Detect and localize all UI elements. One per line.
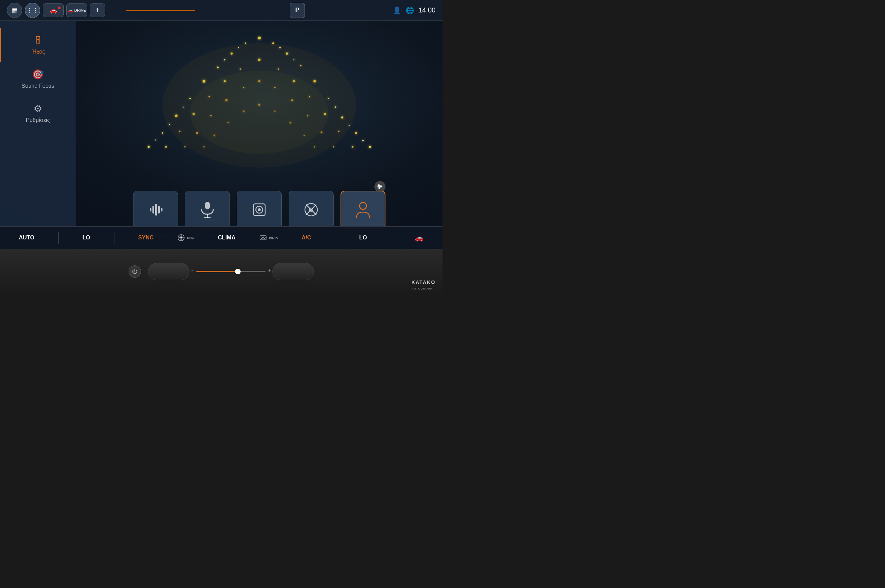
clima-bar: AUTO LO SYNC MAX CLIMA REAR xyxy=(0,226,443,249)
clima-rear-icon[interactable]: REAR xyxy=(259,234,278,241)
drive-label: DRIVE xyxy=(74,8,86,12)
svg-point-82 xyxy=(379,187,380,189)
fan-icon xyxy=(177,234,185,241)
vol-minus[interactable]: − xyxy=(191,268,194,273)
waveform-icon xyxy=(147,201,164,218)
divider-3 xyxy=(335,232,335,244)
svg-point-81 xyxy=(380,186,382,188)
clima-max-icon[interactable]: MAX xyxy=(177,234,194,241)
svg-rect-65 xyxy=(158,206,160,213)
svg-point-61 xyxy=(190,71,328,154)
svg-point-72 xyxy=(258,208,261,211)
clima-clima[interactable]: CLIMA xyxy=(218,235,236,241)
focus-icon: 🎯 xyxy=(32,69,44,80)
brand-subtitle: AUTOGROUP xyxy=(412,287,433,290)
accent-bar xyxy=(126,10,195,11)
svg-point-7 xyxy=(245,42,246,44)
svg-point-16 xyxy=(369,146,371,148)
right-knob[interactable] xyxy=(272,263,314,280)
settings-icon: ⚙ xyxy=(33,103,42,114)
clock-display: 14:00 xyxy=(418,6,436,14)
add-button[interactable]: + xyxy=(90,3,105,17)
car-icon: 🚗 xyxy=(50,7,57,14)
volume-slider[interactable]: − + xyxy=(196,271,266,272)
globe-icon[interactable]: 🌐 xyxy=(406,6,414,15)
top-bar: ▦ ⋮⋮ 🚗 🚗 DRIVE + P xyxy=(0,0,443,21)
equalizer-sliders-icon xyxy=(377,183,383,190)
real-sound-icon-box xyxy=(133,191,178,229)
svg-rect-67 xyxy=(205,202,210,209)
drive-icon: 🚗 xyxy=(68,8,73,13)
sidebar-item-sound-focus[interactable]: 🎯 Sound Focus xyxy=(0,62,76,96)
svg-point-85 xyxy=(180,237,182,238)
nav-buttons: ▦ ⋮⋮ 🚗 🚗 DRIVE + xyxy=(7,3,105,18)
svg-point-26 xyxy=(362,140,364,141)
svg-point-83 xyxy=(359,202,367,209)
divider-2 xyxy=(114,232,114,244)
main-content: Real Sound Talk Radio xyxy=(76,21,443,249)
svg-point-17 xyxy=(155,140,156,141)
power-button[interactable] xyxy=(129,266,141,278)
arc-svg xyxy=(121,21,398,173)
left-knob[interactable] xyxy=(148,263,189,280)
park-button[interactable]: P xyxy=(290,3,305,18)
car-clima-icon: 🚗 xyxy=(415,234,424,242)
svg-point-8 xyxy=(258,37,261,39)
notification-dot xyxy=(58,7,60,9)
clima-lo-left[interactable]: LO xyxy=(83,235,90,241)
drive-button[interactable]: 🚗 DRIVE xyxy=(66,3,87,17)
svg-point-39 xyxy=(352,146,354,148)
svg-rect-66 xyxy=(161,208,162,212)
main-screen: ▦ ⋮⋮ 🚗 🚗 DRIVE + P xyxy=(0,0,443,249)
talk-radio-icon-box xyxy=(185,191,230,229)
max-label: MAX xyxy=(187,236,194,239)
sidebar-sound-label: Ήχος xyxy=(32,49,45,55)
rear-fan-icon xyxy=(259,234,267,241)
power-icon xyxy=(132,268,138,274)
svg-point-88 xyxy=(261,237,262,239)
speaker-icon xyxy=(251,201,268,218)
sidebar-item-settings[interactable]: ⚙ Ρυθμίσεις xyxy=(0,96,76,130)
custom-icon-box xyxy=(341,191,385,229)
brand-logo: KATAKO AUTOGROUP xyxy=(412,279,436,291)
svg-point-1 xyxy=(162,132,163,134)
svg-rect-62 xyxy=(150,208,152,212)
top-right-area: 👤 🌐 14:00 xyxy=(393,6,436,15)
profile-icon[interactable]: 👤 xyxy=(393,6,401,15)
sound-icon: 🎚 xyxy=(33,34,43,46)
sidebar-item-sound[interactable]: 🎚 Ήχος xyxy=(0,28,76,62)
custom-eq-icon xyxy=(374,181,385,192)
divider-1 xyxy=(59,232,59,244)
x-bass-icon-box xyxy=(237,191,282,229)
plus-icon: + xyxy=(95,6,99,14)
clima-auto[interactable]: AUTO xyxy=(19,235,35,241)
club-icon-box xyxy=(288,191,334,229)
svg-point-50 xyxy=(333,146,334,147)
svg-point-80 xyxy=(378,184,380,186)
svg-point-40 xyxy=(184,146,186,147)
clima-lo-right[interactable]: LO xyxy=(359,235,367,241)
svg-point-27 xyxy=(165,146,167,148)
sidebar-focus-label: Sound Focus xyxy=(21,83,54,89)
vol-plus[interactable]: + xyxy=(268,268,271,273)
svg-point-89 xyxy=(263,237,265,239)
clima-sync[interactable]: SYNC xyxy=(138,235,153,241)
home-grid-button[interactable]: ▦ xyxy=(7,3,22,18)
sidebar-settings-label: Ρυθμίσεις xyxy=(26,117,50,123)
svg-rect-64 xyxy=(155,204,157,216)
sidebar: 🎚 Ήχος 🎯 Sound Focus ⚙ Ρυθμίσεις xyxy=(0,21,76,249)
rear-label: REAR xyxy=(269,236,278,239)
divider-4 xyxy=(391,232,391,244)
mic-icon xyxy=(199,200,216,219)
svg-point-15 xyxy=(355,132,357,134)
vinyl-icon xyxy=(302,201,320,218)
svg-point-0 xyxy=(147,146,150,148)
clima-ac[interactable]: A/C xyxy=(302,235,311,241)
apps-grid-button[interactable]: ⋮⋮ xyxy=(25,3,40,18)
p-label: P xyxy=(295,7,299,14)
car-button[interactable]: 🚗 xyxy=(43,3,64,17)
physical-controls: − + xyxy=(0,249,443,294)
person-icon xyxy=(355,200,372,219)
svg-rect-63 xyxy=(152,206,154,213)
